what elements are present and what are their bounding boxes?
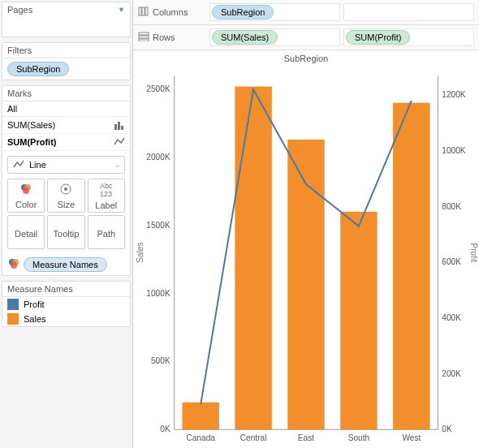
svg-text:1000K: 1000K	[146, 289, 170, 298]
rows-label: Rows	[153, 32, 175, 42]
marks-row-profit[interactable]: SUM(Profit)	[2, 134, 130, 151]
svg-text:Canada: Canada	[186, 433, 215, 442]
marks-sales-label: SUM(Sales)	[7, 120, 55, 130]
pages-header[interactable]: Pages ▼	[2, 2, 130, 17]
mark-cell-size[interactable]: Size	[47, 179, 84, 213]
rows-pills: SUM(Sales) SUM(Profit)	[209, 28, 474, 46]
filters-panel: Filters SubRegion	[2, 42, 131, 80]
columns-pill-slot-2[interactable]	[343, 3, 474, 21]
svg-text:1200K: 1200K	[442, 90, 466, 99]
pages-label: Pages	[7, 5, 32, 15]
mark-cell-label[interactable]: Abc123 Label	[88, 179, 125, 213]
mark-cell-detail[interactable]: Detail	[7, 215, 45, 249]
mark-tooltip-label: Tooltip	[54, 229, 80, 239]
svg-text:East: East	[298, 433, 314, 442]
rows-shelf-label: Rows	[138, 32, 203, 43]
line-chart-icon	[114, 136, 125, 148]
columns-pill-subregion[interactable]: SubRegion	[212, 5, 274, 19]
mark-path-label: Path	[97, 229, 116, 239]
mark-detail-label: Detail	[15, 229, 37, 239]
svg-rect-2	[121, 126, 123, 130]
rows-icon	[138, 32, 149, 43]
bar-chart-icon	[114, 119, 125, 131]
mark-cell-path[interactable]: Path	[88, 215, 125, 249]
dropdown-triangle-icon: ▼	[118, 6, 125, 14]
chart-area: SubRegion 0K500K1000K1500K2000K2500K0K20…	[133, 50, 479, 448]
svg-text:0K: 0K	[160, 424, 170, 433]
measure-names-pill[interactable]: Measure Names	[24, 257, 107, 272]
marks-panel: Marks All SUM(Sales) SUM(Profit)	[2, 85, 131, 276]
columns-shelf[interactable]: Columns SubRegion	[133, 0, 479, 25]
swatch-sales	[7, 313, 19, 325]
color-icon	[7, 257, 20, 272]
rows-pill-profit[interactable]: SUM(Profit)	[346, 30, 410, 45]
columns-shelf-label: Columns	[138, 6, 203, 18]
legend-item-profit[interactable]: Profit	[2, 297, 130, 312]
legend-item-sales[interactable]: Sales	[2, 312, 130, 326]
bar-South[interactable]	[340, 212, 377, 429]
rows-pill-slot-2[interactable]: SUM(Profit)	[343, 28, 474, 46]
legend-panel: Measure Names Profit Sales	[2, 281, 131, 327]
svg-rect-13	[145, 7, 148, 15]
marks-label: Marks	[2, 86, 130, 101]
marks-profit-label: SUM(Profit)	[7, 137, 57, 147]
svg-point-7	[64, 187, 67, 191]
pages-body[interactable]	[2, 17, 130, 37]
bar-Canada[interactable]	[182, 403, 218, 430]
rows-pill-slot-1[interactable]: SUM(Sales)	[209, 28, 340, 46]
mark-type-value: Line	[29, 160, 46, 170]
color-icon	[19, 183, 32, 197]
svg-text:200K: 200K	[442, 369, 461, 378]
svg-text:0K: 0K	[442, 424, 452, 433]
legend-label: Measure Names	[2, 282, 130, 297]
svg-text:800K: 800K	[442, 202, 461, 211]
svg-rect-1	[118, 122, 120, 130]
pages-panel: Pages ▼	[2, 2, 131, 37]
filter-pill-subregion[interactable]: SubRegion	[7, 62, 69, 76]
columns-pills: SubRegion	[209, 3, 474, 21]
svg-rect-12	[142, 7, 145, 15]
svg-text:1500K: 1500K	[146, 221, 170, 230]
main-area: Columns SubRegion Rows SUM(Sales) SUM(Pr…	[132, 0, 479, 448]
mark-color-label: Color	[15, 200, 37, 209]
svg-text:Sales: Sales	[136, 243, 145, 263]
mark-cell-tooltip[interactable]: Tooltip	[47, 215, 84, 249]
legend-sales-label: Sales	[24, 314, 46, 324]
mark-cell-color[interactable]: Color	[7, 179, 45, 213]
svg-rect-0	[114, 124, 117, 130]
filters-label: Filters	[2, 43, 130, 58]
svg-text:600K: 600K	[442, 257, 461, 266]
svg-text:2000K: 2000K	[146, 153, 170, 162]
svg-text:500K: 500K	[151, 356, 170, 365]
svg-text:2500K: 2500K	[146, 84, 170, 93]
columns-label: Columns	[153, 7, 188, 17]
swatch-profit	[7, 299, 19, 310]
mark-type-dropdown[interactable]: Line ⌵	[7, 156, 125, 174]
svg-point-5	[23, 187, 29, 194]
columns-pill-slot-1[interactable]: SubRegion	[209, 3, 340, 21]
marks-row-all[interactable]: All	[2, 101, 130, 117]
svg-rect-15	[139, 36, 149, 38]
bar-West[interactable]	[393, 103, 429, 430]
mark-size-label: Size	[58, 200, 75, 209]
svg-rect-16	[139, 39, 149, 41]
mark-label-label: Label	[95, 200, 117, 210]
svg-text:400K: 400K	[442, 313, 461, 322]
measure-names-row: Measure Names	[2, 254, 130, 275]
filters-body: SubRegion	[2, 58, 130, 80]
svg-text:Central: Central	[240, 433, 267, 442]
svg-rect-14	[139, 32, 149, 35]
chart-svg[interactable]: 0K500K1000K1500K2000K2500K0K200K400K600K…	[133, 67, 479, 448]
columns-icon	[138, 6, 149, 18]
svg-text:West: West	[402, 433, 421, 442]
rows-shelf[interactable]: Rows SUM(Sales) SUM(Profit)	[133, 25, 479, 50]
chart-title: SubRegion	[133, 50, 479, 67]
label-icon: Abc123	[100, 182, 113, 198]
size-icon	[59, 183, 72, 197]
bar-Central[interactable]	[235, 87, 271, 430]
rows-pill-sales[interactable]: SUM(Sales)	[212, 30, 278, 45]
marks-row-sales[interactable]: SUM(Sales)	[2, 117, 130, 134]
chevron-down-icon: ⌵	[115, 161, 119, 169]
sidebar: Pages ▼ Filters SubRegion Marks All SUM(…	[0, 0, 132, 448]
svg-text:1000K: 1000K	[442, 146, 466, 155]
